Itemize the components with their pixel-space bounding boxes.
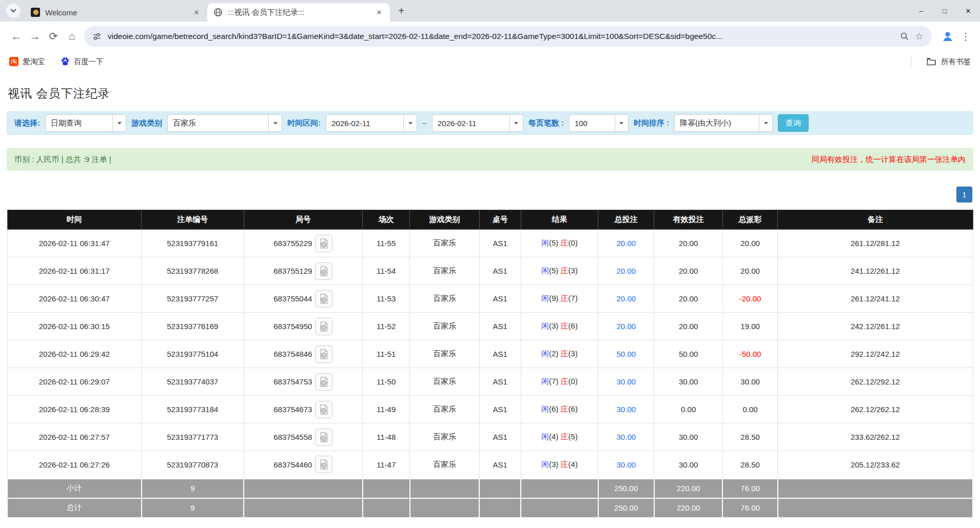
header-valid-bet: 有效投注	[654, 210, 723, 230]
address-bar[interactable]: videoie.com/game/betrecord_search/kind3?…	[84, 26, 932, 47]
page-title: 视讯 会员下注纪录	[8, 86, 973, 101]
payout-value: -20.00	[739, 294, 761, 303]
sort-select[interactable]: 降幂(由大到小)	[674, 114, 773, 132]
total-bet-link[interactable]: 30.00	[617, 460, 636, 469]
total-bet-link[interactable]: 20.00	[617, 239, 636, 248]
chevron-down-icon[interactable]	[509, 115, 523, 131]
close-icon[interactable]: ✕	[375, 8, 384, 17]
date-start-select[interactable]: 2026-02-11	[326, 114, 417, 132]
cell-round: 683754846	[244, 340, 362, 368]
reload-button[interactable]: ⟳	[44, 27, 63, 46]
video-replay-button[interactable]	[315, 373, 332, 391]
video-replay-button[interactable]	[315, 429, 332, 446]
cell-valid-bet: 0.00	[654, 396, 723, 423]
cell-time: 2026-02-11 06:29:07	[7, 368, 142, 396]
cell-payout: 19.00	[722, 313, 777, 340]
date-end-select[interactable]: 2026-02-11	[432, 114, 523, 132]
cell-game-kind: 百家乐	[410, 340, 480, 368]
bookmark-baidu[interactable]: 百度一下	[61, 57, 104, 67]
page-1-button[interactable]: 1	[956, 187, 972, 202]
chevron-down-icon[interactable]	[759, 115, 772, 131]
table-row: 2026-02-11 06:29:07523193774037683754753…	[7, 368, 973, 396]
cell-bet-id: 523193778268	[142, 257, 244, 285]
tab-bet-records[interactable]: :::视讯 会员下注纪录::: ✕	[207, 3, 390, 22]
cell-game-kind: 百家乐	[410, 230, 480, 257]
per-page-select[interactable]: 100	[569, 114, 629, 132]
total-bet-link[interactable]: 50.00	[617, 350, 636, 358]
total-bet-link[interactable]: 20.00	[617, 294, 636, 303]
zoom-icon[interactable]	[900, 32, 909, 41]
close-icon[interactable]: ✕	[192, 8, 201, 17]
video-replay-button[interactable]	[315, 235, 332, 252]
total-bet-link[interactable]: 30.00	[617, 433, 636, 441]
window-close-button[interactable]: ✕	[956, 0, 980, 22]
bookmark-label: 百度一下	[74, 57, 104, 67]
payout-value: -50.00	[739, 350, 761, 358]
window-minimize-button[interactable]: –	[909, 0, 933, 22]
site-info-icon[interactable]	[92, 32, 102, 41]
tab-title: Welcome	[45, 8, 187, 17]
new-tab-button[interactable]: +	[394, 4, 408, 18]
cell-round: 683754950	[244, 313, 362, 340]
chevron-down-icon[interactable]	[615, 115, 628, 131]
total-bet-link[interactable]: 20.00	[617, 322, 636, 331]
video-replay-button[interactable]	[315, 401, 332, 418]
banker-result: 庄	[561, 321, 569, 330]
chevron-down-icon[interactable]	[268, 115, 282, 131]
cell-table: AS1	[479, 451, 521, 479]
bookmark-star-icon[interactable]: ☆	[915, 31, 924, 42]
chevron-down-icon[interactable]	[112, 115, 126, 131]
video-replay-button[interactable]	[315, 318, 332, 335]
search-button[interactable]: 查询	[778, 114, 809, 132]
cell-total-bet: 50.00	[598, 340, 654, 368]
total-bet-link[interactable]: 30.00	[617, 377, 636, 386]
video-replay-button[interactable]	[315, 456, 332, 473]
browser-menu-button[interactable]: ⋮	[958, 30, 973, 43]
cell-table: AS1	[479, 257, 521, 285]
cell-result: 闲(7) 庄(0)	[521, 368, 598, 396]
cell-round: 683754673	[244, 396, 362, 423]
all-bookmarks-button[interactable]: 所有书签	[927, 57, 971, 67]
window-maximize-button[interactable]: □	[933, 0, 956, 22]
cell-time: 2026-02-11 06:31:47	[7, 230, 142, 257]
total-bet-link[interactable]: 20.00	[617, 267, 636, 275]
summary-currency-count: 币别 : 人民币 | 总共 :9 注单 |	[14, 155, 111, 165]
cell-table: AS1	[479, 423, 521, 451]
url-text[interactable]: videoie.com/game/betrecord_search/kind3?…	[108, 32, 894, 41]
bookmarks-bar: 淘 爱淘宝 百度一下 所有书签	[0, 51, 980, 72]
cell-result: 闲(3) 庄(6)	[521, 313, 598, 340]
cell-payout: 20.00	[722, 230, 777, 257]
cell-note: 292.12/242.12	[778, 340, 973, 368]
cell-result: 闲(2) 庄(3)	[521, 340, 598, 368]
cell-game-kind: 百家乐	[410, 423, 480, 451]
mode-label: 请选择:	[14, 118, 40, 128]
tab-welcome[interactable]: Welcome ✕	[25, 3, 207, 22]
back-button[interactable]: ←	[7, 27, 26, 46]
baidu-paw-icon	[61, 57, 70, 66]
browser-tab-bar: Welcome ✕ :::视讯 会员下注纪录::: ✕ + – □ ✕	[0, 0, 980, 22]
total-bet-link[interactable]: 30.00	[617, 405, 636, 414]
cell-time: 2026-02-11 06:30:15	[7, 313, 142, 340]
video-replay-button[interactable]	[315, 290, 332, 308]
tab-search-button[interactable]	[6, 4, 21, 18]
cell-bet-id: 523193779161	[142, 230, 244, 257]
bookmark-taobao[interactable]: 淘 爱淘宝	[9, 57, 45, 67]
header-table: 桌号	[479, 210, 521, 230]
mode-select[interactable]: 日期查询	[45, 114, 126, 132]
avatar-icon	[941, 30, 954, 43]
payout-value: 28.50	[740, 460, 760, 469]
video-replay-button[interactable]	[315, 346, 332, 363]
player-result: 闲	[541, 294, 549, 302]
home-button[interactable]: ⌂	[63, 27, 81, 46]
chevron-down-icon[interactable]	[403, 115, 417, 131]
subtotal-row: 小计 9 250.00 220.00 76.00	[7, 479, 973, 498]
video-replay-button[interactable]	[315, 262, 332, 280]
cell-game-kind: 百家乐	[410, 313, 480, 340]
game-kind-select[interactable]: 百家乐	[167, 114, 282, 132]
cell-round: 683754558	[244, 423, 362, 451]
cell-payout: -20.00	[722, 285, 777, 313]
header-result: 结果	[521, 210, 598, 230]
cell-table: AS1	[479, 368, 521, 396]
forward-button[interactable]: →	[26, 27, 44, 46]
profile-avatar[interactable]	[939, 28, 956, 45]
